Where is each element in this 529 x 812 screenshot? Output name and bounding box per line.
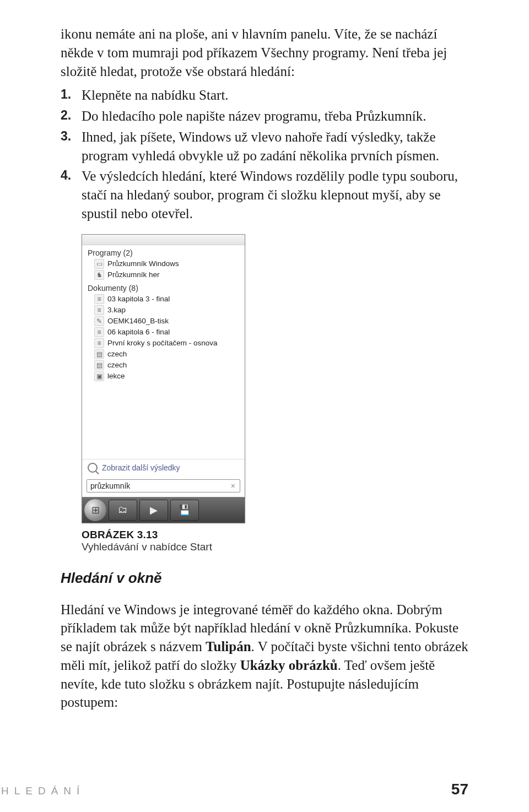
bold-term-2: Ukázky obrázků <box>240 658 338 673</box>
window-titlebar <box>82 235 245 245</box>
figure-label: OBRÁZEK 3.13 <box>82 529 468 541</box>
search-icon <box>88 463 98 473</box>
section-heading: Hledání v okně <box>61 570 468 587</box>
start-menu-panel: Programy (2) ▭ Průzkumník Windows ♞ Průz… <box>82 234 245 523</box>
group-header-documents: Dokumenty (8) <box>82 280 245 294</box>
text-icon: ▤ <box>94 349 104 359</box>
explorer-button[interactable]: 🗂 <box>109 500 137 521</box>
list-item-label: czech <box>107 361 127 369</box>
list-item-label: 06 kapitola 6 - final <box>107 328 170 336</box>
spacer <box>82 382 245 459</box>
save-button[interactable]: 💾 <box>170 500 199 521</box>
body-paragraph: Hledání ve Windows je integrované téměř … <box>61 600 468 712</box>
list-item[interactable]: ≡ 03 kapitola 3 - final <box>82 294 245 305</box>
step-1: Klepněte na nabídku Start. <box>61 86 468 105</box>
list-item-label: czech <box>107 350 127 358</box>
list-item[interactable]: ▣ lekce <box>82 371 245 382</box>
step-3: Ihned, jak píšete, Windows už vlevo naho… <box>61 128 468 165</box>
media-button[interactable]: ▶ <box>139 500 168 521</box>
more-results-link[interactable]: Zobrazit další výsledky <box>82 459 245 476</box>
doc-icon: ≡ <box>94 338 104 348</box>
doc-icon: ≡ <box>94 294 104 304</box>
search-input[interactable]: průzkumník × <box>87 479 240 492</box>
list-item[interactable]: ▭ Průzkumník Windows <box>82 258 245 269</box>
footer-page-number: 57 <box>451 781 468 798</box>
figure-caption: OBRÁZEK 3.13 Vyhledávání v nabídce Start <box>82 529 468 553</box>
list-item-label: Průzkumník her <box>107 270 160 279</box>
intro-paragraph: ikonu nemáte ani na ploše, ani v hlavním… <box>61 25 468 80</box>
list-item-label: První kroky s počítačem - osnova <box>107 339 218 347</box>
list-item[interactable]: ≡ 06 kapitola 6 - final <box>82 327 245 338</box>
list-item[interactable]: ▤ czech <box>82 360 245 371</box>
list-item-label: 03 kapitola 3 - final <box>107 295 170 303</box>
doc-icon: ≡ <box>94 327 104 337</box>
list-item[interactable]: ≡ 3.kap <box>82 305 245 316</box>
page-footer: HLEDÁNÍ 57 <box>0 748 529 812</box>
list-item-label: Průzkumník Windows <box>107 259 179 268</box>
game-icon: ♞ <box>94 270 104 280</box>
steps-list: Klepněte na nabídku Start. Do hledacího … <box>61 86 468 223</box>
figure-description: Vyhledávání v nabídce Start <box>82 541 468 553</box>
more-results-label: Zobrazit další výsledky <box>102 463 180 472</box>
pdf-icon: ✎ <box>94 316 104 326</box>
step-2: Do hledacího pole napište název programu… <box>61 107 468 126</box>
bold-term-1: Tulipán <box>206 639 251 654</box>
list-item[interactable]: ✎ OEMK1460_B-tisk <box>82 316 245 327</box>
text-icon: ▣ <box>94 371 104 381</box>
list-item-label: OEMK1460_B-tisk <box>107 317 169 325</box>
start-orb[interactable]: ⊞ <box>84 499 106 521</box>
list-item-label: lekce <box>107 372 125 380</box>
search-input-value: průzkumník <box>90 481 230 490</box>
list-item[interactable]: ▤ czech <box>82 349 245 360</box>
footer-section-name: HLEDÁNÍ <box>0 785 85 797</box>
folder-icon: ▭ <box>94 259 104 269</box>
list-item[interactable]: ♞ Průzkumník her <box>82 269 245 280</box>
clear-icon[interactable]: × <box>230 481 236 490</box>
step-4: Ve výsledcích hledání, které Windows roz… <box>61 167 468 223</box>
figure-screenshot: Programy (2) ▭ Průzkumník Windows ♞ Průz… <box>82 234 468 523</box>
group-header-programs: Programy (2) <box>82 245 245 258</box>
doc-icon: ≡ <box>94 305 104 315</box>
taskbar: ⊞ 🗂 ▶ 💾 <box>82 497 245 523</box>
list-item[interactable]: ≡ První kroky s počítačem - osnova <box>82 338 245 349</box>
text-icon: ▤ <box>94 360 104 370</box>
list-item-label: 3.kap <box>107 306 126 314</box>
